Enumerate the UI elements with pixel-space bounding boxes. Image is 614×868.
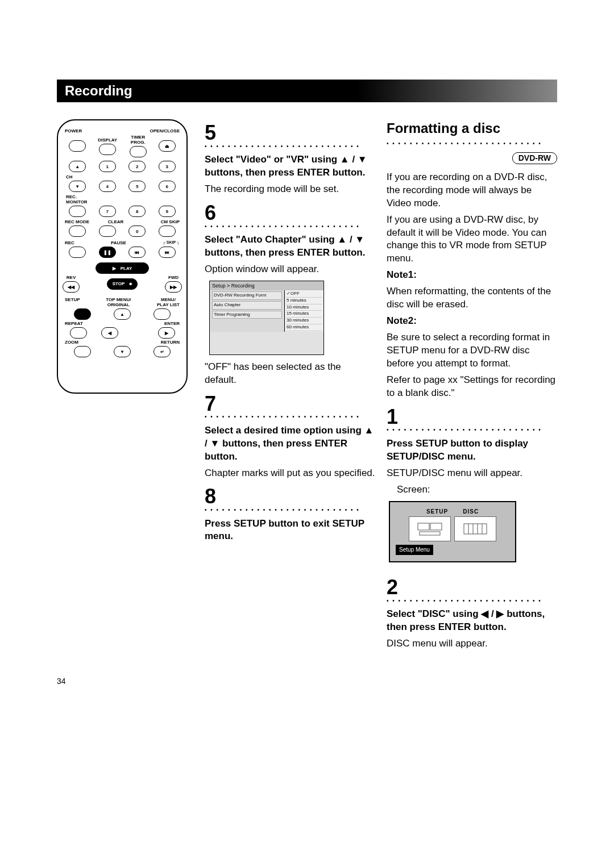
ow-row-0: DVD-RW Recording Form	[212, 291, 282, 300]
step-6-body: Option window will appear.	[205, 263, 375, 276]
step-7-body: Chapter marks will put as you specified.	[205, 467, 375, 480]
remote-illustration: POWER OPEN/CLOSE DISPLAY TIMER PROG. ⏏	[57, 119, 193, 654]
skip-back-button[interactable]: ⏮	[128, 247, 146, 258]
timerprog-button[interactable]	[130, 146, 147, 157]
setup-tab-label: SETUP	[426, 508, 448, 516]
step-5-instruction: Select "Video" or "VR" using ▲ / ▼ butto…	[205, 153, 375, 180]
recmode-label: REC MODE	[65, 219, 89, 224]
repeat-label: REPEAT	[65, 321, 83, 326]
skip-label: SKIP	[167, 240, 176, 244]
rev-label: REV	[67, 275, 76, 280]
middle-column: 5 • • • • • • • • • • • • • • • • • • • …	[205, 119, 375, 654]
digit-2[interactable]: 2	[128, 161, 146, 172]
skip-fwd-button[interactable]: ⏭	[159, 247, 176, 258]
return-label: RETURN	[161, 340, 180, 345]
option-window-diagram: Setup > Recording DVD-RW Recording Form …	[209, 281, 324, 355]
note2-text-a: Be sure to select a recording format in …	[387, 331, 557, 370]
nav-up-button[interactable]: ▲	[114, 308, 131, 320]
recmonitor-button[interactable]	[69, 206, 86, 217]
formatting-title: Formatting a disc	[387, 119, 557, 137]
disc-tab-label: DISC	[463, 508, 479, 516]
ow-opt-0: ✓OFF	[286, 291, 322, 298]
return-button[interactable]: ↵	[154, 346, 171, 357]
repeat-button[interactable]	[70, 327, 87, 339]
intro-1: If you are recording on a DVD-R disc, th…	[387, 171, 557, 210]
disc-icon	[454, 516, 496, 541]
step-1-body1: SETUP/DISC menu will appear.	[387, 467, 557, 480]
menu-button[interactable]	[154, 308, 171, 320]
intro-2: If you are using a DVD-RW disc, by defau…	[387, 214, 557, 266]
display-label: DISPLAY	[98, 137, 117, 143]
digit-1[interactable]: 1	[99, 161, 116, 172]
rev-button[interactable]: ◀◀	[63, 281, 80, 293]
svg-rect-0	[418, 523, 429, 530]
ch-down-button[interactable]: ▼	[69, 181, 86, 192]
setup-caption: Setup Menu	[396, 545, 433, 555]
digit-4[interactable]: 4	[99, 181, 116, 192]
nav-right-button[interactable]: ▶	[158, 327, 175, 339]
note2-text-b: Refer to page xx "Settings for recording…	[387, 374, 557, 400]
ow-opt-2: 10 minutes	[286, 304, 322, 311]
ow-opt-1: 5 minutes	[286, 298, 322, 304]
right-column: Formatting a disc • • • • • • • • • • • …	[387, 119, 557, 654]
stop-button[interactable]: STOP ■	[107, 278, 138, 290]
fwd-button[interactable]: ▶▶	[165, 281, 182, 293]
digit-0[interactable]: 0	[128, 226, 146, 237]
step-6-after: "OFF" has been selected as the default.	[205, 361, 375, 387]
clear-label: CLEAR	[108, 219, 124, 224]
svg-rect-2	[420, 532, 440, 535]
display-button[interactable]	[99, 144, 116, 155]
fwd-label: FWD	[168, 275, 179, 280]
step-1-body2: Screen:	[387, 483, 557, 496]
digit-5[interactable]: 5	[128, 181, 146, 192]
openclose-button[interactable]: ⏏	[159, 140, 176, 152]
ow-opt-5: 60 minutes	[286, 324, 322, 331]
dvd-rw-badge: DVD-RW	[512, 152, 557, 164]
note2-label: Note2:	[387, 315, 417, 326]
clear-button[interactable]	[99, 226, 116, 237]
digit-7[interactable]: 7	[99, 206, 116, 217]
setup-label: SETUP	[65, 297, 80, 307]
power-label: POWER	[65, 128, 82, 133]
recmonitor-label: REC. MONITOR	[66, 194, 179, 205]
ow-row-1: Auto Chapter	[212, 301, 282, 310]
ch-label: CH	[66, 174, 179, 180]
page-number: 34	[57, 677, 557, 686]
zoom-label: ZOOM	[65, 340, 78, 345]
step-5-body: The recording mode will be set.	[205, 183, 375, 196]
ow-row-2: Timer Programing	[212, 311, 282, 319]
step-2-instruction: Select "DISC" using ◀ / ▶ buttons, then …	[387, 608, 557, 634]
rec-label: REC	[65, 240, 74, 245]
ch-up-button[interactable]: ▲	[69, 161, 86, 172]
ow-opt-4: 30 minutes	[286, 318, 322, 324]
recmode-button[interactable]	[69, 226, 86, 237]
step-6-instruction: Select "Auto Chapter" using ▲ / ▼ button…	[205, 233, 375, 260]
digit-3[interactable]: 3	[159, 161, 176, 172]
digit-6[interactable]: 6	[159, 181, 176, 192]
power-button[interactable]	[69, 140, 86, 152]
setup-button[interactable]	[74, 308, 91, 320]
digit-9[interactable]: 9	[159, 206, 176, 217]
note1-text: When reformatting, the contents of the d…	[387, 285, 557, 311]
svg-rect-1	[430, 523, 442, 530]
section-header: Recording	[57, 80, 557, 102]
timerprog-label: TIMER PROG.	[131, 135, 146, 145]
step-8-instruction: Press SETUP button to exit SETUP menu.	[205, 518, 375, 544]
digit-8[interactable]: 8	[128, 206, 146, 217]
note1-label: Note1:	[387, 269, 417, 280]
rec-button[interactable]	[69, 247, 86, 258]
menuplaylist-label: MENU/ PLAY LIST	[157, 297, 180, 307]
play-button[interactable]: ▶ PLAY	[96, 262, 149, 274]
nav-left-button[interactable]: ◀	[101, 327, 118, 339]
zoom-button[interactable]	[74, 346, 91, 357]
enter-label: ENTER	[164, 321, 180, 326]
pause-label: PAUSE	[111, 240, 126, 245]
svg-rect-3	[464, 524, 487, 534]
topmenu-label: TOP MENU/ ORIGINAL	[106, 297, 131, 307]
nav-down-button[interactable]: ▼	[114, 346, 131, 357]
setup-icon	[409, 516, 451, 541]
cmskip-button[interactable]	[159, 226, 176, 237]
pause-button[interactable]: ❚❚	[99, 247, 116, 258]
step-7-instruction: Select a desired time option using ▲ / ▼…	[205, 424, 375, 464]
option-window-title: Setup > Recording	[210, 281, 323, 290]
